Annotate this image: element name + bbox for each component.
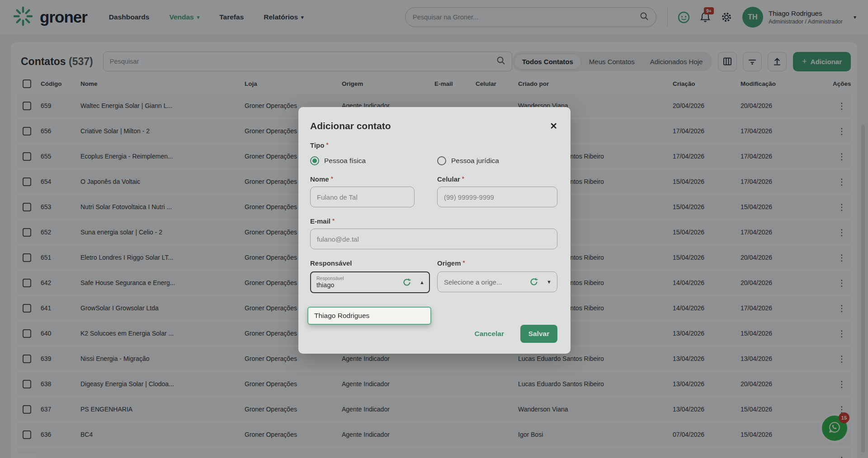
dropdown-backdrop [0,0,868,458]
responsavel-dropdown: Thiago Rodrigues [307,307,431,325]
dropdown-option-thiago-rodrigues[interactable]: Thiago Rodrigues [308,312,430,320]
